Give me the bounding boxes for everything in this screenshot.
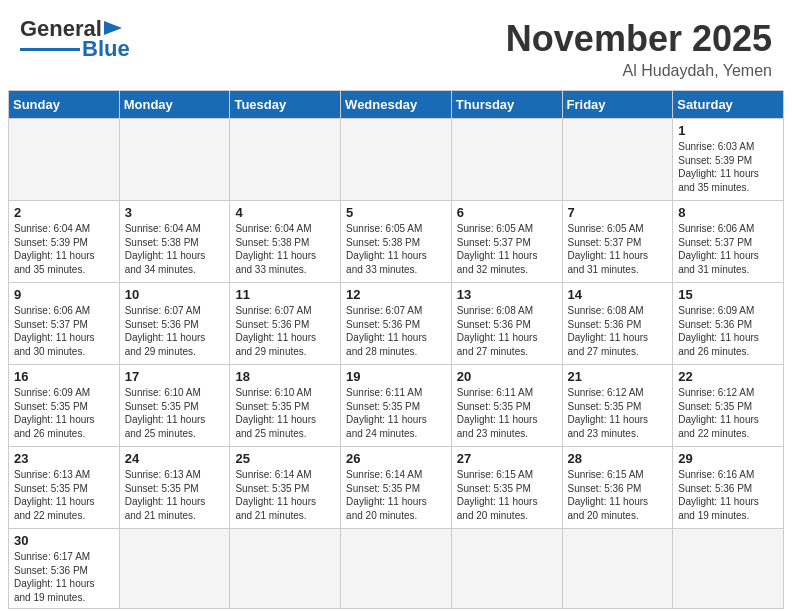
calendar-cell: 9Sunrise: 6:06 AM Sunset: 5:37 PM Daylig… <box>9 283 120 365</box>
day-info: Sunrise: 6:05 AM Sunset: 5:38 PM Dayligh… <box>346 222 446 276</box>
calendar-cell: 2Sunrise: 6:04 AM Sunset: 5:39 PM Daylig… <box>9 201 120 283</box>
calendar-cell: 11Sunrise: 6:07 AM Sunset: 5:36 PM Dayli… <box>230 283 341 365</box>
day-number: 28 <box>568 451 668 466</box>
day-info: Sunrise: 6:11 AM Sunset: 5:35 PM Dayligh… <box>457 386 557 440</box>
calendar-cell <box>562 529 673 609</box>
day-info: Sunrise: 6:11 AM Sunset: 5:35 PM Dayligh… <box>346 386 446 440</box>
day-number: 12 <box>346 287 446 302</box>
day-info: Sunrise: 6:14 AM Sunset: 5:35 PM Dayligh… <box>346 468 446 522</box>
day-info: Sunrise: 6:10 AM Sunset: 5:35 PM Dayligh… <box>235 386 335 440</box>
calendar-cell: 16Sunrise: 6:09 AM Sunset: 5:35 PM Dayli… <box>9 365 120 447</box>
calendar-cell: 1Sunrise: 6:03 AM Sunset: 5:39 PM Daylig… <box>673 119 784 201</box>
day-info: Sunrise: 6:12 AM Sunset: 5:35 PM Dayligh… <box>678 386 778 440</box>
day-info: Sunrise: 6:04 AM Sunset: 5:39 PM Dayligh… <box>14 222 114 276</box>
calendar-week-row: 9Sunrise: 6:06 AM Sunset: 5:37 PM Daylig… <box>9 283 784 365</box>
calendar-cell <box>9 119 120 201</box>
logo: General Blue <box>20 18 130 62</box>
calendar-table: SundayMondayTuesdayWednesdayThursdayFrid… <box>8 90 784 609</box>
day-number: 4 <box>235 205 335 220</box>
day-info: Sunrise: 6:15 AM Sunset: 5:35 PM Dayligh… <box>457 468 557 522</box>
day-header-saturday: Saturday <box>673 91 784 119</box>
day-info: Sunrise: 6:08 AM Sunset: 5:36 PM Dayligh… <box>457 304 557 358</box>
calendar-cell <box>119 529 230 609</box>
day-info: Sunrise: 6:10 AM Sunset: 5:35 PM Dayligh… <box>125 386 225 440</box>
day-info: Sunrise: 6:07 AM Sunset: 5:36 PM Dayligh… <box>235 304 335 358</box>
day-number: 9 <box>14 287 114 302</box>
title-block: November 2025 Al Hudaydah, Yemen <box>506 18 772 80</box>
day-header-sunday: Sunday <box>9 91 120 119</box>
day-info: Sunrise: 6:13 AM Sunset: 5:35 PM Dayligh… <box>14 468 114 522</box>
day-number: 18 <box>235 369 335 384</box>
calendar-cell: 30Sunrise: 6:17 AM Sunset: 5:36 PM Dayli… <box>9 529 120 609</box>
month-year: November 2025 <box>506 18 772 60</box>
calendar-cell <box>451 119 562 201</box>
day-number: 20 <box>457 369 557 384</box>
day-header-tuesday: Tuesday <box>230 91 341 119</box>
calendar-cell <box>341 119 452 201</box>
day-info: Sunrise: 6:05 AM Sunset: 5:37 PM Dayligh… <box>568 222 668 276</box>
day-number: 8 <box>678 205 778 220</box>
calendar-cell <box>341 529 452 609</box>
calendar-cell: 25Sunrise: 6:14 AM Sunset: 5:35 PM Dayli… <box>230 447 341 529</box>
calendar-cell: 18Sunrise: 6:10 AM Sunset: 5:35 PM Dayli… <box>230 365 341 447</box>
calendar-cell <box>230 119 341 201</box>
day-number: 3 <box>125 205 225 220</box>
calendar-cell: 27Sunrise: 6:15 AM Sunset: 5:35 PM Dayli… <box>451 447 562 529</box>
day-info: Sunrise: 6:14 AM Sunset: 5:35 PM Dayligh… <box>235 468 335 522</box>
day-number: 15 <box>678 287 778 302</box>
day-number: 7 <box>568 205 668 220</box>
calendar-cell: 26Sunrise: 6:14 AM Sunset: 5:35 PM Dayli… <box>341 447 452 529</box>
calendar-week-row: 2Sunrise: 6:04 AM Sunset: 5:39 PM Daylig… <box>9 201 784 283</box>
day-header-monday: Monday <box>119 91 230 119</box>
location: Al Hudaydah, Yemen <box>506 62 772 80</box>
day-number: 14 <box>568 287 668 302</box>
calendar-week-row: 23Sunrise: 6:13 AM Sunset: 5:35 PM Dayli… <box>9 447 784 529</box>
day-info: Sunrise: 6:17 AM Sunset: 5:36 PM Dayligh… <box>14 550 114 604</box>
day-info: Sunrise: 6:15 AM Sunset: 5:36 PM Dayligh… <box>568 468 668 522</box>
day-number: 29 <box>678 451 778 466</box>
day-number: 23 <box>14 451 114 466</box>
calendar-header-row: SundayMondayTuesdayWednesdayThursdayFrid… <box>9 91 784 119</box>
day-number: 13 <box>457 287 557 302</box>
calendar-cell <box>119 119 230 201</box>
day-info: Sunrise: 6:06 AM Sunset: 5:37 PM Dayligh… <box>14 304 114 358</box>
day-number: 22 <box>678 369 778 384</box>
day-number: 17 <box>125 369 225 384</box>
day-number: 5 <box>346 205 446 220</box>
day-info: Sunrise: 6:09 AM Sunset: 5:36 PM Dayligh… <box>678 304 778 358</box>
day-number: 24 <box>125 451 225 466</box>
calendar-cell: 13Sunrise: 6:08 AM Sunset: 5:36 PM Dayli… <box>451 283 562 365</box>
svg-marker-0 <box>104 21 122 35</box>
day-number: 6 <box>457 205 557 220</box>
day-number: 19 <box>346 369 446 384</box>
day-number: 25 <box>235 451 335 466</box>
day-info: Sunrise: 6:12 AM Sunset: 5:35 PM Dayligh… <box>568 386 668 440</box>
calendar-cell: 7Sunrise: 6:05 AM Sunset: 5:37 PM Daylig… <box>562 201 673 283</box>
day-number: 11 <box>235 287 335 302</box>
calendar-cell: 17Sunrise: 6:10 AM Sunset: 5:35 PM Dayli… <box>119 365 230 447</box>
day-number: 1 <box>678 123 778 138</box>
calendar-cell: 3Sunrise: 6:04 AM Sunset: 5:38 PM Daylig… <box>119 201 230 283</box>
calendar-cell <box>673 529 784 609</box>
day-info: Sunrise: 6:16 AM Sunset: 5:36 PM Dayligh… <box>678 468 778 522</box>
day-info: Sunrise: 6:09 AM Sunset: 5:35 PM Dayligh… <box>14 386 114 440</box>
day-number: 16 <box>14 369 114 384</box>
day-info: Sunrise: 6:04 AM Sunset: 5:38 PM Dayligh… <box>125 222 225 276</box>
day-header-friday: Friday <box>562 91 673 119</box>
calendar-week-row: 30Sunrise: 6:17 AM Sunset: 5:36 PM Dayli… <box>9 529 784 609</box>
day-info: Sunrise: 6:05 AM Sunset: 5:37 PM Dayligh… <box>457 222 557 276</box>
day-info: Sunrise: 6:06 AM Sunset: 5:37 PM Dayligh… <box>678 222 778 276</box>
day-info: Sunrise: 6:07 AM Sunset: 5:36 PM Dayligh… <box>125 304 225 358</box>
logo-blue-text: Blue <box>82 36 130 62</box>
calendar-cell: 6Sunrise: 6:05 AM Sunset: 5:37 PM Daylig… <box>451 201 562 283</box>
day-number: 21 <box>568 369 668 384</box>
calendar-cell: 8Sunrise: 6:06 AM Sunset: 5:37 PM Daylig… <box>673 201 784 283</box>
header: General Blue November 2025 Al Hudaydah, … <box>0 0 792 90</box>
day-info: Sunrise: 6:04 AM Sunset: 5:38 PM Dayligh… <box>235 222 335 276</box>
day-number: 10 <box>125 287 225 302</box>
calendar-cell: 23Sunrise: 6:13 AM Sunset: 5:35 PM Dayli… <box>9 447 120 529</box>
day-number: 2 <box>14 205 114 220</box>
calendar-cell: 10Sunrise: 6:07 AM Sunset: 5:36 PM Dayli… <box>119 283 230 365</box>
calendar-cell <box>451 529 562 609</box>
calendar-cell: 4Sunrise: 6:04 AM Sunset: 5:38 PM Daylig… <box>230 201 341 283</box>
